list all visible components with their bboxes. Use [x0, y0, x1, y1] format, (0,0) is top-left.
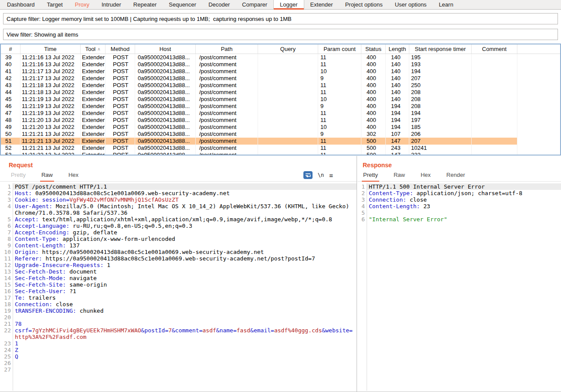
- cell-status: 400: [361, 110, 386, 117]
- line-content[interactable]: 1: [13, 340, 357, 347]
- line-content[interactable]: Connection: close: [367, 196, 561, 203]
- menu-tab-dashboard[interactable]: Dashboard: [1, 0, 41, 9]
- line-content[interactable]: Cookie: session=VgFWy4D2vMfON7vMNMhjQ1Sc…: [13, 196, 357, 203]
- log-row-43[interactable]: 4311:21:18 13 Jul 2022ExtenderPOST0a9500…: [1, 82, 517, 89]
- log-row-41[interactable]: 4111:21:17 13 Jul 2022ExtenderPOST0a9500…: [1, 68, 517, 75]
- response-tab-render[interactable]: Render: [445, 172, 466, 181]
- log-row-47[interactable]: 4711:21:19 13 Jul 2022ExtenderPOST0a9500…: [1, 110, 517, 117]
- newline-toggle-icon[interactable]: \n: [318, 172, 324, 178]
- menu-tab-user-options[interactable]: User options: [389, 0, 433, 9]
- log-row-42[interactable]: 4211:21:17 13 Jul 2022ExtenderPOST0a9500…: [1, 75, 517, 82]
- log-row-48[interactable]: 4811:21:20 13 Jul 2022ExtenderPOST0a9500…: [1, 117, 517, 124]
- response-tab-pretty[interactable]: Pretty: [362, 172, 379, 181]
- view-filter-bar[interactable]: View filter: Showing all items: [3, 29, 558, 40]
- line-number: 11: [0, 255, 13, 262]
- log-row-45[interactable]: 4511:21:19 13 Jul 2022ExtenderPOST0a9500…: [1, 96, 517, 103]
- menu-tab-intruder[interactable]: Intruder: [95, 0, 127, 9]
- line-content[interactable]: Referer: https://0a9500020413d88ac08c5c1…: [13, 255, 357, 262]
- line-content[interactable]: Q: [13, 353, 357, 360]
- column-header-length[interactable]: Length: [386, 44, 409, 54]
- menu-tab-proxy[interactable]: Proxy: [69, 0, 95, 9]
- line-content[interactable]: Sec-Fetch-Dest: document: [13, 268, 357, 275]
- line-content[interactable]: Content-Type: application/x-www-form-url…: [13, 236, 357, 242]
- menu-tab-comparer[interactable]: Comparer: [236, 0, 273, 9]
- menu-tab-target[interactable]: Target: [41, 0, 69, 9]
- line-content[interactable]: 78: [13, 321, 357, 327]
- line-content[interactable]: Accept-Language: ru-RU,ru;q=0.8,en-US;q=…: [13, 223, 357, 229]
- cell-path: /post/comment: [196, 117, 258, 124]
- column-header-status[interactable]: Status: [361, 44, 386, 54]
- line-content[interactable]: [13, 314, 357, 321]
- line-content[interactable]: HTTP/1.1 500 Internal Server Error: [367, 183, 561, 190]
- column-header-filler: [517, 44, 560, 54]
- request-tab-hex[interactable]: Hex: [67, 172, 80, 181]
- log-row-44[interactable]: 4411:21:18 13 Jul 2022ExtenderPOST0a9500…: [1, 89, 517, 96]
- line-number: 3: [357, 196, 367, 203]
- line-content[interactable]: POST /post/comment HTTP/1.1: [13, 183, 357, 190]
- line-content[interactable]: [13, 360, 357, 366]
- line-content[interactable]: Content-Type: application/json; charset=…: [367, 190, 561, 196]
- cell-time: 11:21:19 13 Jul 2022: [20, 110, 81, 117]
- column-header-param-count[interactable]: Param count: [318, 44, 361, 54]
- line-content[interactable]: Chrome/71.0.3578.98 Safari/537.36: [13, 210, 357, 216]
- menu-tab-logger[interactable]: Logger: [273, 0, 304, 9]
- cell-path: /post/comment: [196, 68, 258, 75]
- log-row-52[interactable]: 5211:21:21 13 Jul 2022ExtenderPOST0a9500…: [1, 145, 517, 152]
- log-row-46[interactable]: 4611:21:19 13 Jul 2022ExtenderPOST0a9500…: [1, 103, 517, 110]
- menu-tab-extender[interactable]: Extender: [304, 0, 339, 9]
- menu-tab-decoder[interactable]: Decoder: [202, 0, 236, 9]
- column-header-path[interactable]: Path: [196, 44, 258, 54]
- column-header-method[interactable]: Method: [105, 44, 135, 54]
- response-editor[interactable]: 1HTTP/1.1 500 Internal Server Error2Cont…: [357, 183, 561, 391]
- request-editor[interactable]: 1POST /post/comment HTTP/1.12Host: 0a950…: [0, 183, 357, 391]
- line-content[interactable]: User-Agent: Mozilla/5.0 (Macintosh; Inte…: [13, 203, 357, 210]
- request-tab-pretty[interactable]: Pretty: [10, 172, 27, 181]
- column-header-comment[interactable]: Comment: [472, 44, 517, 54]
- log-row-39[interactable]: 3911:21:16 13 Jul 2022ExtenderPOST0a9500…: [1, 54, 517, 61]
- line-content[interactable]: Sec-Fetch-Site: same-origin: [13, 281, 357, 288]
- log-row-50[interactable]: 5011:21:21 13 Jul 2022ExtenderPOST0a9500…: [1, 131, 517, 138]
- column-header-tool[interactable]: Tool∧: [81, 44, 105, 54]
- line-content[interactable]: Accept: text/html,application/xhtml+xml,…: [13, 216, 357, 223]
- request-tab-raw[interactable]: Raw: [40, 172, 54, 181]
- capture-filter-bar[interactable]: Capture filter: Logger memory limit set …: [3, 13, 558, 24]
- column-header-start-response-timer[interactable]: Start response timer: [409, 44, 472, 54]
- column-header-num[interactable]: #: [1, 44, 20, 54]
- response-tab-hex[interactable]: Hex: [419, 172, 432, 181]
- line-content[interactable]: Te: trailers: [13, 294, 357, 301]
- line-content[interactable]: http%3A%2F%2Fasdf.com: [13, 334, 357, 340]
- line-content[interactable]: Accept-Encoding: gzip, deflate: [13, 229, 357, 236]
- line-content[interactable]: "Internal Server Error": [367, 216, 561, 223]
- line-content[interactable]: Upgrade-Insecure-Requests: 1: [13, 262, 357, 268]
- line-number: 8: [0, 236, 13, 242]
- line-content[interactable]: Sec-Fetch-User: ?1: [13, 288, 357, 294]
- menu-tab-learn[interactable]: Learn: [433, 0, 459, 9]
- line-content[interactable]: Host: 0a9500020413d88ac08c5c1e001a0069.w…: [13, 190, 357, 196]
- menu-tab-sequencer[interactable]: Sequencer: [163, 0, 202, 9]
- line-content[interactable]: [367, 210, 561, 216]
- line-content[interactable]: Content-Length: 137: [13, 242, 357, 249]
- menu-tab-repeater[interactable]: Repeater: [127, 0, 163, 9]
- line-content[interactable]: [13, 366, 357, 373]
- editor-menu-icon[interactable]: ≡: [329, 172, 333, 179]
- cell-num: 53: [1, 152, 20, 155]
- line-content[interactable]: Content-Length: 23: [367, 203, 561, 210]
- column-header-host[interactable]: Host: [135, 44, 196, 54]
- line-content[interactable]: Sec-Fetch-Mode: navigate: [13, 275, 357, 281]
- line-content[interactable]: Origin: https://0a9500020413d88ac08c5c1e…: [13, 249, 357, 255]
- column-header-time[interactable]: Time: [20, 44, 81, 54]
- cell-host: 0a9500020413d88...: [135, 96, 196, 103]
- log-row-51[interactable]: 5111:21:21 13 Jul 2022ExtenderPOST0a9500…: [1, 138, 517, 145]
- line-content[interactable]: csrf=7gYzhMCiFvi4gBEyUEEk7HmHSHM7xWAO&po…: [13, 327, 357, 334]
- line-content[interactable]: Connection: close: [13, 301, 357, 308]
- log-row-40[interactable]: 4011:21:16 13 Jul 2022ExtenderPOST0a9500…: [1, 61, 517, 68]
- cell-comment: [472, 131, 517, 138]
- menu-tab-project-options[interactable]: Project options: [339, 0, 389, 9]
- line-content[interactable]: tRANSFER-ENCODING: chunked: [13, 308, 357, 314]
- log-row-49[interactable]: 4911:21:20 13 Jul 2022ExtenderPOST0a9500…: [1, 124, 517, 131]
- line-content[interactable]: Z: [13, 347, 357, 353]
- response-tab-raw[interactable]: Raw: [392, 172, 406, 181]
- column-header-query[interactable]: Query: [258, 44, 318, 54]
- log-row-53[interactable]: 5311:21:22 13 Jul 2022ExtenderPOST0a9500…: [1, 152, 517, 155]
- pretty-print-toggle-icon[interactable]: [303, 171, 313, 179]
